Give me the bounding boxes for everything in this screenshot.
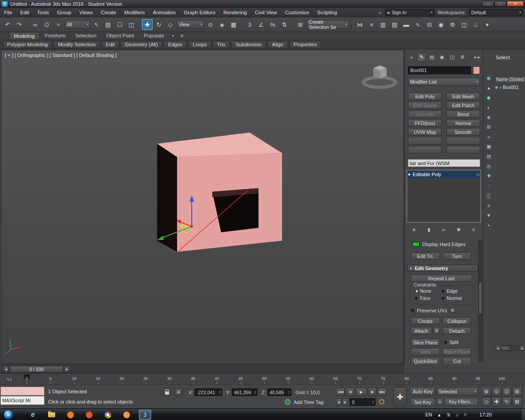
- set-key-mode-icon[interactable]: ⊙: [436, 398, 443, 406]
- attach-button[interactable]: Attach: [411, 327, 432, 335]
- bind-to-space-warp-icon[interactable]: ≈: [53, 19, 64, 30]
- display-hard-edges-row[interactable]: Display Hard Edges: [412, 242, 465, 247]
- set-key-button[interactable]: Set Key: [410, 398, 435, 406]
- ribbon-tab-selection[interactable]: Selection: [71, 32, 101, 40]
- spinner-icon[interactable]: ▲▼: [219, 391, 221, 394]
- select-and-scale-icon[interactable]: ◇: [165, 19, 176, 30]
- toolbar-overflow-icon[interactable]: »: [379, 10, 382, 15]
- edit-geometry-rollout-header[interactable]: ▼ Edit Geometry: [407, 265, 478, 272]
- spinner-icon[interactable]: ▲▼: [288, 391, 290, 394]
- display-tab-icon[interactable]: ◫: [448, 53, 456, 61]
- minimize-button[interactable]: —: [482, 1, 494, 7]
- menu-scripting[interactable]: Scripting: [313, 8, 341, 16]
- explorer-display-all-icon[interactable]: ◉: [485, 74, 493, 82]
- absolute-offset-mode-toggle[interactable]: ⊞: [174, 388, 182, 396]
- quickslice-button[interactable]: QuickSlice: [411, 357, 440, 364]
- curve-editor-icon[interactable]: ∿: [412, 19, 423, 30]
- maxscript-mini-listener[interactable]: MAXScript Mi: [0, 396, 44, 405]
- hierarchy-tab-icon[interactable]: ▤: [428, 53, 436, 61]
- preserve-uvs-checkbox[interactable]: [411, 308, 415, 312]
- taskbar-explorer-icon[interactable]: [45, 410, 58, 420]
- align-icon[interactable]: ≡: [366, 19, 377, 30]
- ribbon-panel-modify-selection[interactable]: Modify Selection: [53, 41, 100, 48]
- menu-rendering[interactable]: Rendering: [219, 8, 251, 16]
- box-object[interactable]: [157, 133, 282, 252]
- key-filters-button[interactable]: Key Filters...: [444, 398, 478, 406]
- modifier-button-extrude[interactable]: Extrude: [408, 110, 442, 118]
- modifier-button-edit-patch[interactable]: Edit Patch: [446, 101, 480, 109]
- select-and-manipulate-icon[interactable]: ◈: [217, 19, 227, 30]
- rollout-scrollbar[interactable]: [478, 240, 482, 362]
- menu-views[interactable]: Views: [75, 8, 97, 16]
- explorer-display-geometry-icon[interactable]: ●: [485, 84, 493, 92]
- menu-tools[interactable]: Tools: [33, 8, 53, 16]
- explorer-display-materials-icon[interactable]: ◎: [485, 162, 493, 170]
- taskbar-chrome-icon[interactable]: [101, 410, 114, 420]
- explorer-display-cameras-icon[interactable]: ◈: [485, 113, 493, 121]
- workspaces-dropdown[interactable]: Default ▾: [469, 9, 523, 16]
- menu-file[interactable]: File: [0, 8, 16, 16]
- menu-modifiers[interactable]: Modifiers: [120, 8, 149, 16]
- tray-action-center-icon[interactable]: ⚐: [464, 412, 468, 417]
- modifier-button-edit-mesh[interactable]: Edit Mesh: [446, 93, 480, 100]
- menu-create[interactable]: Create: [97, 8, 121, 16]
- taskbar-clock[interactable]: 17:20: [480, 412, 492, 417]
- next-frame-arrow[interactable]: ▶: [64, 366, 70, 372]
- ribbon-panel-tris[interactable]: Tris: [213, 41, 230, 48]
- modify-tab-icon[interactable]: ✎: [417, 53, 426, 61]
- maxscript-macro-recorder-row[interactable]: [0, 387, 44, 396]
- taskbar-ie-icon[interactable]: e: [27, 410, 39, 420]
- select-and-move-icon[interactable]: ✚: [142, 19, 153, 30]
- auto-key-button[interactable]: Auto Key: [410, 387, 435, 396]
- selection-lock-toggle[interactable]: [163, 388, 171, 396]
- previous-frame-arrow[interactable]: ◀: [3, 366, 9, 372]
- zoom-icon[interactable]: ⊕: [481, 387, 491, 396]
- explorer-display-shapes-icon[interactable]: ◆: [485, 94, 493, 101]
- toggle-scene-explorer-icon[interactable]: ▥: [378, 19, 388, 30]
- create-button[interactable]: Create: [411, 317, 440, 325]
- previous-frame-button[interactable]: ◀|: [346, 388, 355, 396]
- motion-tab-icon[interactable]: ◉: [438, 53, 446, 61]
- attach-list-icon[interactable]: ⊞: [433, 327, 440, 335]
- ribbon-panel-polygon-modeling[interactable]: Polygon Modeling: [3, 41, 52, 48]
- explorer-filter-icon[interactable]: ▼: [485, 211, 493, 219]
- make-unique-icon[interactable]: ∞: [439, 226, 448, 234]
- constraint-normal-radio[interactable]: Normal: [441, 295, 462, 301]
- explorer-display-spacewarps-icon[interactable]: ≈: [485, 133, 493, 141]
- play-button[interactable]: ▶: [355, 388, 367, 396]
- edit-named-selection-sets-icon[interactable]: ⊞: [295, 19, 306, 30]
- remove-modifier-icon[interactable]: ✖: [454, 226, 464, 234]
- viewport[interactable]: [ + ] [ Orthographic ] [ Standard ] [ De…: [1, 50, 404, 364]
- close-button[interactable]: ✕: [507, 1, 524, 7]
- create-key-icon[interactable]: [379, 399, 384, 404]
- selection-filter-combo[interactable]: All▾: [65, 20, 90, 29]
- menu-graph-editors[interactable]: Graph Editors: [180, 8, 219, 16]
- modifier-button-empty[interactable]: [446, 146, 480, 153]
- ribbon-panel-properties[interactable]: Properties: [289, 41, 321, 48]
- constraint-face-radio[interactable]: Face: [414, 295, 430, 301]
- ribbon-panel-loops[interactable]: Loops: [188, 41, 211, 48]
- snaps-toggle-icon[interactable]: 3: [244, 19, 255, 30]
- menu-civil-view[interactable]: Civil View: [251, 8, 281, 16]
- horizontal-scrollbar[interactable]: ◀ ▶: [495, 345, 525, 351]
- modifier-button-edit-spline[interactable]: Edit Spline: [408, 101, 442, 109]
- ribbon-panel-subdivision[interactable]: Subdivision: [231, 41, 266, 48]
- scroll-right-icon[interactable]: ▶: [520, 346, 525, 351]
- select-object-icon[interactable]: ↖: [91, 19, 102, 30]
- tabs-scroll-right-icon[interactable]: ▶: [478, 56, 480, 59]
- explorer-display-helpers-icon[interactable]: ⊞: [485, 123, 493, 131]
- constraint-none-radio[interactable]: None: [414, 288, 431, 294]
- object-color-swatch[interactable]: [473, 66, 480, 74]
- unlink-selection-icon[interactable]: ∅: [41, 19, 52, 30]
- render-flyout-icon[interactable]: ▾: [482, 19, 493, 30]
- explorer-display-xrefs-icon[interactable]: ▤: [485, 153, 493, 160]
- spinner-icon[interactable]: ▲▼: [254, 391, 256, 394]
- reference-coordinate-combo[interactable]: View▾: [177, 20, 204, 29]
- ribbon-panel-edit[interactable]: Edit: [101, 41, 119, 48]
- tray-volume-icon[interactable]: ♪: [456, 412, 458, 417]
- ribbon-tab-modeling[interactable]: Modeling: [9, 32, 40, 40]
- percent-snap-icon[interactable]: %: [267, 19, 278, 30]
- scroll-left-icon[interactable]: ◀: [495, 346, 501, 351]
- turn-button[interactable]: Turn: [443, 252, 471, 260]
- ribbon-tab-populate[interactable]: Populate: [139, 32, 168, 40]
